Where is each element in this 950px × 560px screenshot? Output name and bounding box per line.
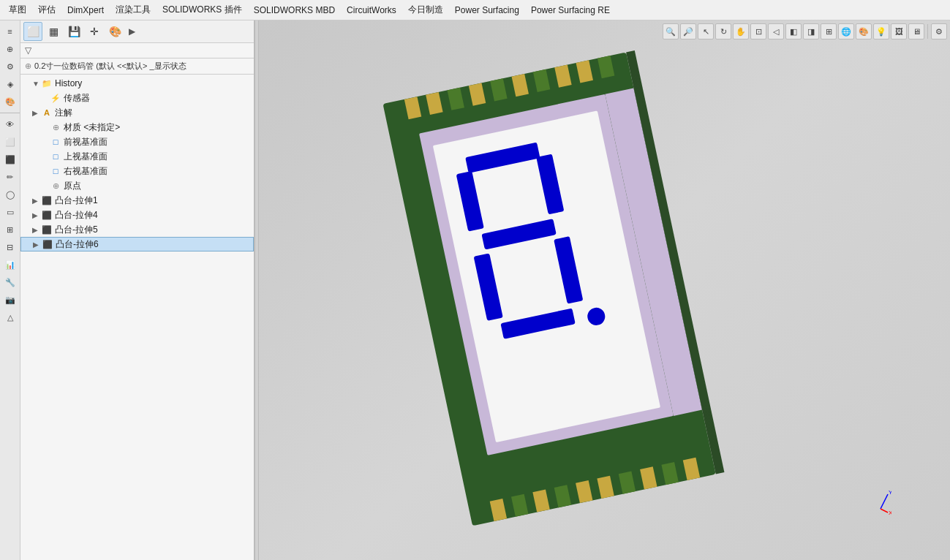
panel-toolbar: ⬜ ▦ 💾 ✛ 🎨 ▶ (20, 20, 254, 43)
svg-text:X: X (889, 510, 891, 516)
pcb-model (383, 50, 734, 547)
analysis-icon[interactable]: 📊 (2, 257, 18, 273)
top-plane-label: 上视基准面 (64, 151, 108, 163)
scene-icon[interactable]: 🖼 (891, 23, 907, 39)
annotation-label: 注解 (55, 107, 72, 119)
boss6-label: 凸台-拉伸6 (56, 238, 99, 251)
config-manager-icon[interactable]: ⚙ (2, 58, 18, 75)
table-btn[interactable]: ▦ (44, 22, 63, 41)
sketch-icon[interactable]: ✏ (2, 169, 18, 185)
appearance-manager-icon[interactable]: 🎨 (2, 94, 18, 110)
model-view-btn[interactable]: ⬜ (23, 22, 42, 41)
right-plane-label: 右视基准面 (64, 165, 108, 178)
hide-icon[interactable]: 👁 (2, 116, 18, 132)
zoom-area-icon[interactable]: 🔎 (680, 23, 696, 39)
origin-label: 原点 (64, 180, 81, 192)
component-path-label: 0.2寸一位数码管 (默认 <<默认> _显示状态 (34, 61, 186, 72)
geometry-icon[interactable]: △ (2, 309, 18, 325)
axis-indicator: Y X (870, 487, 891, 516)
view-settings-icon[interactable]: ⚙ (931, 23, 947, 39)
photo-icon[interactable]: 📷 (2, 292, 18, 308)
move-btn[interactable]: ✛ (85, 22, 104, 41)
top-plane-icon: □ (50, 151, 61, 162)
history-expand-arrow: ▼ (32, 80, 41, 88)
zoom-fit-icon[interactable]: ⊡ (750, 23, 766, 39)
monitor-icon[interactable]: 🖥 (908, 23, 924, 39)
tree-item-sensor[interactable]: ⚡ 传感器 (20, 91, 254, 105)
component-path: ⊕ 0.2寸一位数码管 (默认 <<默认> _显示状态 (20, 58, 254, 75)
simulation-icon[interactable]: 🔧 (2, 274, 18, 290)
menu-sw-mbd[interactable]: SOLIDWORKS MBD (248, 3, 341, 18)
tree-item-annotation[interactable]: ▶ A 注解 (20, 105, 254, 120)
property-manager-icon[interactable]: ⊕ (2, 41, 18, 57)
search-icon[interactable]: 🔍 (663, 23, 679, 39)
boss5-icon: ⬛ (41, 224, 53, 235)
tree-item-history[interactable]: ▼ 📁 History (20, 76, 254, 91)
pan-view-icon[interactable]: ✋ (733, 23, 749, 39)
boss5-expand-arrow: ▶ (32, 226, 41, 234)
section-view-icon[interactable]: ◧ (785, 23, 802, 39)
tree-item-boss5[interactable]: ▶ ⬛ 凸台-拉伸5 (20, 222, 254, 237)
front-plane-label: 前视基准面 (64, 136, 108, 148)
svg-line-33 (881, 494, 888, 509)
hide-lines-icon[interactable]: ⊞ (821, 23, 837, 39)
tree-item-top-plane[interactable]: □ 上视基准面 (20, 149, 254, 164)
origin-icon: ⊕ (50, 180, 61, 192)
history-folder-icon: 📁 (41, 77, 53, 89)
menu-circuitworks[interactable]: CircuitWorks (341, 3, 402, 18)
menu-power-surfacing[interactable]: Power Surfacing (449, 3, 525, 18)
feature-tree[interactable]: ▼ 📁 History ⚡ 传感器 ▶ A 注解 ⊕ 材质 <未指定> (20, 75, 254, 560)
menu-sketch[interactable]: 草图 (3, 1, 32, 18)
shadows-icon[interactable]: 🎨 (856, 23, 872, 39)
boss4-expand-arrow: ▶ (32, 211, 41, 219)
sheet-metal-icon[interactable]: ▭ (2, 204, 18, 220)
material-icon: ⊕ (50, 121, 61, 133)
weldment-icon[interactable]: ⊞ (2, 222, 18, 238)
appearance-btn[interactable]: 🎨 (105, 22, 124, 41)
viewport[interactable]: 🔍 🔎 ↖ ↻ ✋ ⊡ ◁ ◧ ◨ ⊞ 🌐 🎨 💡 🖼 🖥 ⚙ (259, 20, 950, 560)
rotate-view-icon[interactable]: ↻ (715, 23, 731, 39)
boss5-label: 凸台-拉伸5 (55, 224, 98, 236)
tree-item-front-plane[interactable]: □ 前视基准面 (20, 135, 254, 149)
ambient-icon[interactable]: 💡 (873, 23, 889, 39)
svg-text:Y: Y (889, 489, 891, 496)
surface-icon[interactable]: ◯ (2, 186, 18, 203)
filter-icon: ▽ (25, 45, 31, 56)
cursor-select-icon[interactable]: ↖ (698, 23, 714, 39)
menubar: 草图 评估 DimXpert 渲染工具 SOLIDWORKS 插件 SOLIDW… (0, 0, 950, 20)
boss6-expand-arrow: ▶ (33, 241, 42, 249)
right-plane-icon: □ (50, 165, 61, 177)
tree-item-boss4[interactable]: ▶ ⬛ 凸台-拉伸4 (20, 208, 254, 222)
feature-manager-icon[interactable]: ≡ (2, 23, 18, 39)
viewport-toolbar: 🔍 🔎 ↖ ↻ ✋ ⊡ ◁ ◧ ◨ ⊞ 🌐 🎨 💡 🖼 🖥 ⚙ (663, 23, 947, 39)
menu-today[interactable]: 今日制造 (402, 1, 449, 18)
boss4-label: 凸台-拉伸4 (55, 209, 98, 222)
tree-item-boss1[interactable]: ▶ ⬛ 凸台-拉伸1 (20, 193, 254, 208)
tree-item-right-plane[interactable]: □ 右视基准面 (20, 164, 254, 178)
boss1-expand-arrow: ▶ (32, 197, 41, 205)
more-btn[interactable]: ▶ (126, 26, 138, 37)
save-btn[interactable]: 💾 (64, 22, 83, 41)
menu-evaluate[interactable]: 评估 (32, 1, 61, 18)
svg-line-35 (881, 509, 888, 512)
menu-render[interactable]: 渲染工具 (110, 1, 157, 18)
menu-sw-plugins[interactable]: SOLIDWORKS 插件 (157, 1, 248, 18)
menu-power-surfacing-re[interactable]: Power Surfacing RE (525, 3, 616, 18)
boss1-icon: ⬛ (41, 194, 53, 206)
menu-dimxpert[interactable]: DimXpert (61, 3, 110, 18)
display-style-icon[interactable]: ◨ (803, 23, 819, 39)
tree-item-origin[interactable]: ⊕ 原点 (20, 178, 254, 193)
tree-item-boss6[interactable]: ▶ ⬛ 凸台-拉伸6 (20, 237, 254, 251)
left-sidebar: ≡ ⊕ ⚙ ◈ 🎨 👁 ⬜ ⬛ ✏ ◯ ▭ ⊞ ⊟ 📊 🔧 📷 △ (0, 20, 20, 560)
realview-icon[interactable]: 🌐 (838, 23, 854, 39)
sensor-label: 传感器 (64, 92, 90, 105)
assembly-icon[interactable]: ⬛ (2, 151, 18, 167)
tree-item-material[interactable]: ⊕ 材质 <未指定> (20, 120, 254, 135)
mold-icon[interactable]: ⊟ (2, 239, 18, 255)
previous-view-icon[interactable]: ◁ (768, 23, 784, 39)
component-icon[interactable]: ⬜ (2, 134, 18, 150)
dim-manager-icon[interactable]: ◈ (2, 76, 18, 92)
boss6-icon: ⬛ (42, 238, 53, 250)
sensor-icon: ⚡ (50, 92, 61, 104)
front-plane-icon: □ (50, 136, 61, 148)
